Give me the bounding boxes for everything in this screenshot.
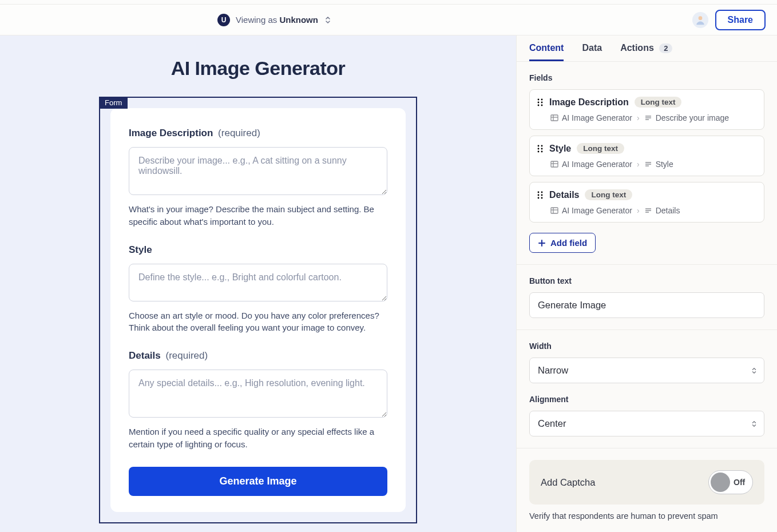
alignment-select[interactable] <box>529 411 764 436</box>
captcha-label: Add Captcha <box>541 477 595 488</box>
captcha-section: Add Captcha Off Verify that respondents … <box>517 448 777 532</box>
captcha-help: Verify that respondents are human to pre… <box>529 511 764 521</box>
svg-point-3 <box>538 101 540 103</box>
field-type-badge: Long text <box>577 143 624 154</box>
fields-section: Fields Image Description Long text AI Im… <box>517 62 777 265</box>
crumb-text: AI Image Generator <box>562 113 632 122</box>
page-title: AI Image Generator <box>171 57 346 80</box>
field-card-image-description[interactable]: Image Description Long text AI Image Gen… <box>529 89 764 130</box>
layout-section: Width Alignment <box>517 330 777 448</box>
header-bar: U Viewing as Unknown Share <box>0 5 777 35</box>
chevron-right-icon: › <box>637 113 640 122</box>
form-card: Image Description (required) What's in y… <box>110 108 406 512</box>
field-style: Style Choose an art style or mood. Do yo… <box>129 244 387 335</box>
svg-point-18 <box>541 150 543 152</box>
svg-point-27 <box>538 194 540 196</box>
svg-point-6 <box>541 104 543 106</box>
captcha-row: Add Captcha Off <box>529 460 764 505</box>
share-button[interactable]: Share <box>715 10 766 30</box>
viewing-as[interactable]: U Viewing as Unknown <box>217 14 332 26</box>
field-image-description: Image Description (required) What's in y… <box>129 128 387 228</box>
field-breadcrumb: AI Image Generator › Describe your image <box>550 113 756 122</box>
avatar[interactable] <box>692 12 708 28</box>
field-card-name: Style <box>549 144 571 154</box>
svg-point-16 <box>541 148 543 149</box>
user-initial-badge: U <box>217 14 230 26</box>
section-label-width: Width <box>529 342 764 351</box>
field-help: What's in your image? Describe the main … <box>129 203 387 228</box>
svg-point-5 <box>538 104 540 106</box>
generate-image-button[interactable]: Generate Image <box>129 467 387 496</box>
long-text-icon <box>644 114 652 122</box>
details-input[interactable] <box>129 370 387 418</box>
tab-content[interactable]: Content <box>529 36 564 61</box>
field-breadcrumb: AI Image Generator › Style <box>550 160 756 169</box>
svg-point-26 <box>541 191 543 193</box>
drag-handle-icon[interactable] <box>537 98 544 107</box>
image-description-input[interactable] <box>129 147 387 195</box>
crumb-text: Describe your image <box>656 113 729 122</box>
long-text-icon <box>644 160 652 168</box>
plus-icon <box>538 239 546 247</box>
drag-handle-icon[interactable] <box>537 144 544 153</box>
long-text-icon <box>644 207 652 215</box>
crumb-text: AI Image Generator <box>562 160 632 169</box>
form-tag: Form <box>99 97 128 109</box>
chevron-right-icon: › <box>637 160 640 169</box>
crumb-text: Details <box>656 206 680 215</box>
svg-point-2 <box>541 98 543 100</box>
add-field-button[interactable]: Add field <box>529 233 596 253</box>
svg-point-15 <box>538 148 540 149</box>
tab-data[interactable]: Data <box>582 36 602 61</box>
crumb-text: Style <box>656 160 673 169</box>
field-label: Style <box>129 244 387 256</box>
toggle-knob <box>711 473 730 492</box>
form-preview-canvas: AI Image Generator Form Image Descriptio… <box>0 35 516 532</box>
field-label: Details (required) <box>129 350 387 362</box>
field-help: Choose an art style or mood. Do you have… <box>129 309 387 335</box>
chevron-right-icon: › <box>637 206 640 215</box>
label-text: Image Description <box>129 128 213 138</box>
captcha-toggle[interactable]: Off <box>708 470 753 494</box>
section-label-alignment: Alignment <box>529 395 764 404</box>
chevron-up-down-icon <box>324 15 332 25</box>
panel-tabs: Content Data Actions 2 <box>517 35 777 62</box>
add-field-label: Add field <box>550 238 587 248</box>
field-card-name: Image Description <box>549 97 629 108</box>
field-card-details[interactable]: Details Long text AI Image Generator › D… <box>529 182 764 223</box>
label-text: Details <box>129 350 161 361</box>
svg-point-1 <box>538 98 540 100</box>
svg-point-25 <box>538 191 540 193</box>
toggle-state: Off <box>734 478 747 487</box>
svg-point-4 <box>541 101 543 103</box>
field-card-style[interactable]: Style Long text AI Image Generator › Sty… <box>529 136 764 176</box>
svg-point-29 <box>538 197 540 198</box>
svg-rect-19 <box>551 161 558 167</box>
settings-panel: Content Data Actions 2 Fields Image Desc… <box>516 35 777 532</box>
viewing-prefix: Viewing as <box>236 15 279 25</box>
svg-point-14 <box>541 145 543 146</box>
svg-point-0 <box>698 16 702 20</box>
required-indicator: (required) <box>218 128 260 138</box>
table-icon <box>550 207 558 215</box>
viewing-name: Unknown <box>279 15 318 25</box>
field-label: Image Description (required) <box>129 128 387 139</box>
button-text-input[interactable] <box>529 292 764 318</box>
width-select[interactable] <box>529 358 764 383</box>
style-input[interactable] <box>129 264 387 301</box>
button-text-section: Button text <box>517 265 777 330</box>
crumb-text: AI Image Generator <box>562 206 632 215</box>
form-selection-outline[interactable]: Form Image Description (required) What's… <box>99 97 417 523</box>
field-help: Mention if you need a specific quality o… <box>129 426 387 451</box>
label-text: Style <box>129 244 152 255</box>
drag-handle-icon[interactable] <box>537 190 544 200</box>
actions-count-badge: 2 <box>659 43 672 53</box>
table-icon <box>550 114 558 122</box>
top-strip <box>0 0 777 5</box>
svg-point-17 <box>538 150 540 152</box>
field-type-badge: Long text <box>635 97 682 108</box>
section-label-fields: Fields <box>529 73 764 82</box>
tab-actions[interactable]: Actions 2 <box>620 36 672 61</box>
viewing-text: Viewing as Unknown <box>236 15 318 25</box>
svg-point-30 <box>541 197 543 198</box>
